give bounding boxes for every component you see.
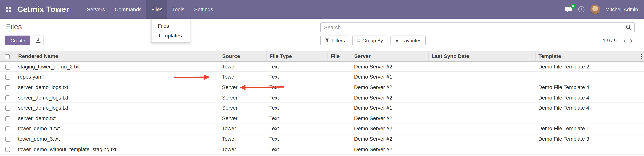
row-checkbox[interactable]	[5, 137, 10, 142]
menu-settings[interactable]: Settings	[189, 0, 218, 19]
create-button[interactable]: Create	[5, 36, 30, 45]
row-checkbox[interactable]	[5, 75, 10, 80]
cell-server[interactable]: Demo Server #2	[351, 82, 428, 92]
cell-source[interactable]: Server	[219, 103, 266, 113]
column-header-source[interactable]: Source	[219, 51, 266, 61]
cell-template[interactable]: Demo File Template 3	[535, 134, 636, 144]
cell-last-sync-date[interactable]	[428, 134, 535, 144]
table-row[interactable]: tower_demo_without_template_staging.txt …	[0, 144, 644, 154]
row-checkbox[interactable]	[5, 96, 10, 100]
table-row[interactable]: repos.yaml Tower Text Demo Server #1	[0, 72, 644, 82]
cell-source[interactable]: Tower	[219, 72, 266, 82]
export-button[interactable]	[33, 36, 44, 45]
cell-server[interactable]: Demo Server #2	[351, 61, 428, 72]
dropdown-item-templates[interactable]: Templates	[152, 31, 190, 40]
messages-button[interactable]: 4	[565, 6, 572, 13]
apps-menu-button[interactable]	[0, 0, 17, 19]
cell-file-type[interactable]: Text	[266, 61, 328, 72]
cell-rendered-name[interactable]: server_demo.txt	[15, 113, 219, 123]
cell-file-type[interactable]: Text	[266, 113, 328, 123]
table-row[interactable]: server_demo_logs.txt Server Text Demo Se…	[0, 103, 644, 113]
cell-rendered-name[interactable]: tower_demo_without_template_staging.txt	[15, 144, 219, 154]
cell-server[interactable]: Demo Server #2	[351, 123, 428, 134]
menu-tools[interactable]: Tools	[167, 0, 189, 19]
cell-file[interactable]	[328, 92, 351, 103]
cell-server[interactable]: Demo Server #1	[351, 72, 428, 82]
cell-last-sync-date[interactable]	[428, 113, 535, 123]
cell-template[interactable]	[535, 144, 636, 154]
table-row[interactable]: server_demo_logs.txt Server Text Demo Se…	[0, 82, 644, 92]
cell-file-type[interactable]: Text	[266, 134, 328, 144]
cell-last-sync-date[interactable]	[428, 82, 535, 92]
cell-rendered-name[interactable]: server_demo_logs.txt	[15, 82, 219, 92]
dropdown-item-files[interactable]: Files	[152, 21, 190, 31]
column-header-rendered-name[interactable]: Rendered Name	[15, 51, 219, 61]
row-checkbox[interactable]	[5, 116, 10, 121]
user-avatar[interactable]	[590, 4, 600, 14]
column-header-file[interactable]: File	[328, 51, 351, 61]
cell-source[interactable]: Tower	[219, 144, 266, 154]
cell-template[interactable]: Demo File Template 4	[535, 92, 636, 103]
cell-source[interactable]: Tower	[219, 61, 266, 72]
app-title[interactable]: Cetmix Tower	[17, 5, 69, 14]
cell-source[interactable]: Server	[219, 113, 266, 123]
row-checkbox[interactable]	[5, 126, 10, 131]
cell-file-type[interactable]: Text	[266, 144, 328, 154]
cell-last-sync-date[interactable]	[428, 61, 535, 72]
cell-file[interactable]	[328, 82, 351, 92]
table-row[interactable]: server_demo_logs.txt Server Text Demo Se…	[0, 92, 644, 103]
cell-rendered-name[interactable]: tower_demo_1.txt	[15, 123, 219, 134]
cell-template[interactable]: Demo File Template 4	[535, 103, 636, 113]
cell-server[interactable]: Demo Server #2	[351, 144, 428, 154]
cell-last-sync-date[interactable]	[428, 144, 535, 154]
menu-files[interactable]: Files	[146, 0, 167, 19]
column-header-server[interactable]: Server	[351, 51, 428, 61]
cell-template[interactable]: Demo File Template 4	[535, 82, 636, 92]
activities-button[interactable]	[578, 6, 585, 13]
pager-next-button[interactable]: ›	[628, 36, 634, 45]
table-row[interactable]: tower_demo_3.txt Tower Text Demo Server …	[0, 134, 644, 144]
cell-source[interactable]: Server	[219, 92, 266, 103]
cell-server[interactable]: Demo Server #2	[351, 92, 428, 103]
cell-last-sync-date[interactable]	[428, 72, 535, 82]
row-checkbox[interactable]	[5, 65, 10, 69]
cell-file[interactable]	[328, 123, 351, 134]
cell-file-type[interactable]: Text	[266, 103, 328, 113]
cell-source[interactable]: Tower	[219, 123, 266, 134]
cell-file-type[interactable]: Text	[266, 72, 328, 82]
cell-last-sync-date[interactable]	[428, 103, 535, 113]
row-checkbox[interactable]	[5, 147, 10, 152]
table-row[interactable]: staging_tower_demo_2.txt Tower Text Demo…	[0, 61, 644, 72]
cell-template[interactable]	[535, 72, 636, 82]
cell-rendered-name[interactable]: staging_tower_demo_2.txt	[15, 61, 219, 72]
group-by-button[interactable]: ≡ Group By	[352, 36, 388, 45]
cell-file[interactable]	[328, 103, 351, 113]
cell-source[interactable]: Tower	[219, 134, 266, 144]
cell-template[interactable]: Demo File Template 2	[535, 61, 636, 72]
cell-file[interactable]	[328, 61, 351, 72]
filters-button[interactable]: Filters	[320, 36, 350, 45]
cell-file[interactable]	[328, 113, 351, 123]
cell-template[interactable]	[535, 113, 636, 123]
column-header-file-type[interactable]: File Type	[266, 51, 328, 61]
menu-servers[interactable]: Servers	[82, 0, 110, 19]
search-input[interactable]	[320, 22, 634, 32]
cell-rendered-name[interactable]: server_demo_logs.txt	[15, 92, 219, 103]
row-checkbox[interactable]	[5, 85, 10, 90]
cell-file[interactable]	[328, 72, 351, 82]
menu-commands[interactable]: Commands	[110, 0, 146, 19]
cell-rendered-name[interactable]: tower_demo_3.txt	[15, 134, 219, 144]
cell-file[interactable]	[328, 144, 351, 154]
column-header-last-sync-date[interactable]: Last Sync Date	[428, 51, 535, 61]
cell-rendered-name[interactable]: server_demo_logs.txt	[15, 103, 219, 113]
favorites-button[interactable]: ★ Favorites	[390, 36, 426, 45]
cell-template[interactable]: Demo File Template 1	[535, 123, 636, 134]
cell-file-type[interactable]: Text	[266, 92, 328, 103]
cell-file[interactable]	[328, 134, 351, 144]
cell-file-type[interactable]: Text	[266, 82, 328, 92]
cell-source[interactable]: Server	[219, 82, 266, 92]
row-checkbox[interactable]	[5, 106, 10, 111]
search-icon[interactable]	[626, 24, 632, 30]
select-all-checkbox[interactable]	[5, 54, 10, 59]
table-row[interactable]: server_demo.txt Server Text Demo Server …	[0, 113, 644, 123]
